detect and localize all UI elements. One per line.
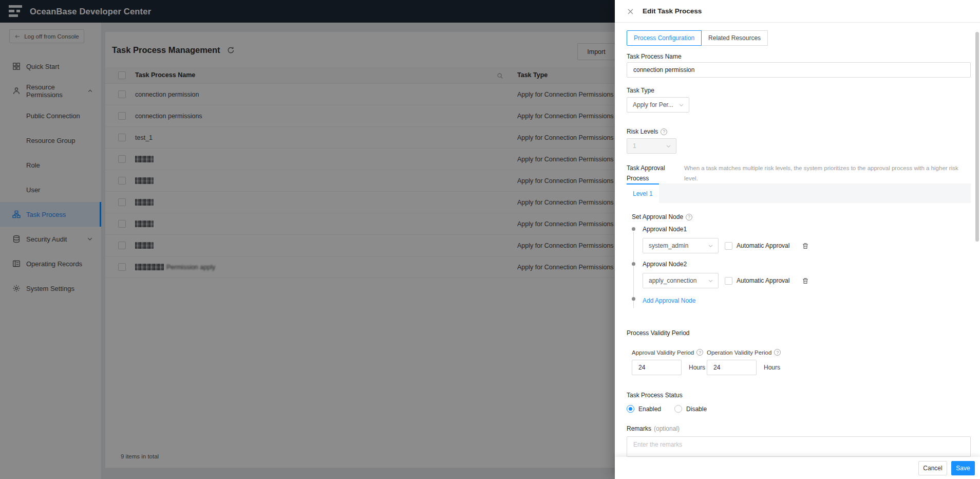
chevron-down-icon	[666, 143, 671, 149]
question-icon[interactable]: ?	[774, 349, 781, 356]
drawer-tabs: Process Configuration Related Resources	[627, 30, 971, 46]
risk-levels-select: 1	[627, 138, 676, 154]
screen: OceanBase Developer Center Log off from …	[0, 0, 980, 479]
drawer-header: Edit Task Process	[615, 0, 980, 23]
approval-validity-text: Approval Validity Period	[632, 349, 694, 356]
automatic-approval-label: Automatic Approval	[737, 277, 789, 284]
tab-level-1[interactable]: Level 1	[627, 183, 659, 203]
add-approval-node-link[interactable]: Add Approval Node	[643, 297, 695, 304]
approval-validity-label: Approval Validity Period ?	[632, 349, 707, 356]
automatic-approval-checkbox[interactable]	[725, 277, 732, 285]
tab-process-configuration[interactable]: Process Configuration	[627, 30, 702, 46]
task-process-name-label: Task Process Name	[627, 53, 971, 60]
task-type-label: Task Type	[627, 87, 971, 94]
task-process-name-value: connection permission	[633, 66, 694, 73]
delete-node-icon[interactable]	[802, 277, 809, 285]
approval-node-timeline: Approval Node1system_adminAutomatic Appr…	[632, 226, 971, 305]
overlay-mask[interactable]	[0, 0, 615, 479]
approval-role-value: system_admin	[649, 242, 688, 249]
operation-validity-label: Operation Validity Period ?	[707, 349, 782, 356]
operation-validity-value: 24	[713, 364, 720, 371]
radio-disable[interactable]	[674, 405, 682, 413]
drawer-scrollbar[interactable]	[975, 32, 979, 242]
task-approval-process-label: Task Approval Process	[627, 163, 676, 183]
approval-validity-group: Approval Validity Period ? 24 Hours	[632, 349, 707, 375]
drawer-body: Process Configuration Related Resources …	[627, 23, 971, 457]
operation-validity-group: Operation Validity Period ? 24 Hours	[707, 349, 782, 375]
approval-validity-input[interactable]: 24	[632, 360, 682, 375]
close-icon[interactable]	[627, 8, 634, 14]
remarks-textarea[interactable]: Enter the remarks	[627, 436, 971, 457]
radio-enabled-label: Enabled	[638, 406, 661, 413]
approval-validity-value: 24	[638, 364, 645, 371]
timeline-dot	[632, 262, 635, 266]
approval-node-label: Approval Node1	[643, 226, 971, 233]
radio-enabled[interactable]	[627, 405, 634, 413]
save-label: Save	[956, 465, 970, 472]
drawer-title: Edit Task Process	[643, 7, 702, 15]
operation-validity-input[interactable]: 24	[707, 360, 757, 375]
risk-levels-label-text: Risk Levels	[627, 128, 658, 135]
remarks-text: Remarks	[627, 425, 651, 432]
approval-role-value: apply_connection	[649, 277, 696, 284]
remarks-placeholder: Enter the remarks	[633, 441, 682, 448]
task-type-value: Apply for Per...	[633, 101, 673, 108]
chevron-down-icon	[708, 278, 713, 284]
operation-validity-unit: Hours	[764, 364, 780, 371]
timeline-dot	[632, 227, 635, 231]
status-radio-group: Enabled Disable	[627, 405, 971, 413]
save-button[interactable]: Save	[951, 461, 975, 475]
cancel-button[interactable]: Cancel	[918, 461, 947, 475]
approval-role-select[interactable]: apply_connection	[643, 273, 719, 288]
level-tab-bar: Level 1	[627, 183, 971, 203]
chevron-down-icon	[708, 243, 713, 249]
timeline-dot	[632, 297, 635, 301]
automatic-approval-checkbox[interactable]	[725, 242, 732, 250]
task-approval-process-hint: When a task matches multiple risk levels…	[684, 163, 971, 183]
question-icon[interactable]: ?	[696, 349, 703, 356]
risk-levels-label: Risk Levels ?	[627, 128, 971, 135]
risk-levels-value: 1	[633, 142, 636, 150]
approval-role-select[interactable]: system_admin	[643, 238, 719, 253]
tab-related-resources[interactable]: Related Resources	[701, 30, 768, 46]
question-icon[interactable]: ?	[686, 214, 692, 220]
approval-validity-unit: Hours	[689, 364, 705, 371]
remarks-label: Remarks (optional)	[627, 425, 971, 432]
tab-label: Process Configuration	[634, 34, 694, 42]
set-approval-node-text: Set Approval Node	[632, 213, 683, 220]
operation-validity-text: Operation Validity Period	[707, 349, 771, 356]
remarks-optional-text: (optional)	[654, 425, 680, 432]
set-approval-node-label: Set Approval Node ?	[632, 213, 971, 220]
tab-label: Related Resources	[708, 34, 761, 42]
level-tab-label: Level 1	[633, 190, 653, 197]
approval-node-label: Approval Node2	[643, 261, 971, 268]
task-process-status-label: Task Process Status	[627, 392, 971, 399]
radio-disable-label: Disable	[686, 406, 707, 413]
edit-task-process-drawer: Edit Task Process Process Configuration …	[615, 0, 980, 479]
process-validity-period-label: Process Validity Period	[627, 329, 971, 337]
cancel-label: Cancel	[923, 465, 942, 472]
delete-node-icon[interactable]	[802, 242, 809, 250]
question-icon[interactable]: ?	[661, 128, 667, 135]
automatic-approval-label: Automatic Approval	[737, 242, 789, 249]
timeline-rail	[633, 232, 634, 308]
chevron-down-icon	[679, 102, 684, 108]
task-type-select[interactable]: Apply for Per...	[627, 97, 689, 113]
task-process-name-input[interactable]: connection permission	[627, 62, 971, 78]
drawer-footer: Cancel Save	[615, 457, 980, 479]
